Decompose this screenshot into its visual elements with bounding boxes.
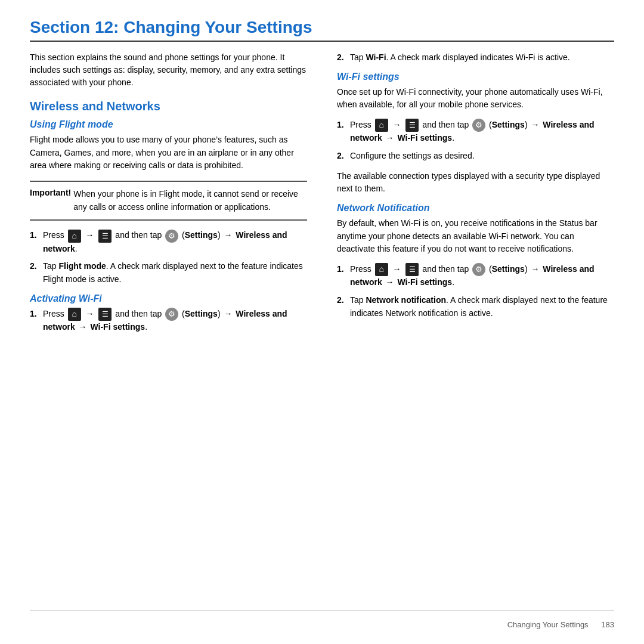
- section-title: Section 12: Changing Your Settings: [30, 18, 614, 37]
- nn-step-1: 1. Press → and then tap (Settings) → Wir…: [337, 263, 614, 289]
- act-step-number-2: 2.: [337, 51, 346, 64]
- settings-icon-3: [472, 119, 485, 132]
- wifi-settings-step-1: 1. Press → and then tap (Settings) → Wir…: [337, 119, 614, 145]
- settings-icon-4: [472, 263, 485, 276]
- nn-step-2: 2. Tap Network notification. A check mar…: [337, 294, 614, 320]
- important-label: Important!: [30, 188, 71, 213]
- network-notification-heading: Network Notification: [337, 203, 614, 213]
- activating-step-2: 2. Tap Wi-Fi. A check mark displayed ind…: [337, 51, 614, 64]
- menu-icon-1: [98, 230, 112, 243]
- ws-step-number-2: 2.: [337, 150, 346, 163]
- footer-divider: [30, 611, 614, 611]
- step-content-2: Tap Flight mode. A check mark displayed …: [43, 260, 307, 286]
- settings-icon-1: [165, 230, 178, 243]
- nn-step-content-2: Tap Network notification. A check mark d…: [350, 294, 614, 320]
- flight-mode-heading: Using Flight mode: [30, 119, 307, 130]
- right-column: 2. Tap Wi-Fi. A check mark displayed ind…: [331, 51, 614, 341]
- top-divider: [30, 41, 614, 42]
- act-step-number-1: 1.: [30, 308, 39, 334]
- important-box: Important! When your phone is in Flight …: [30, 181, 307, 221]
- home-icon-2: [68, 308, 81, 321]
- footer-page: 183: [601, 620, 614, 629]
- flight-step-2: 2. Tap Flight mode. A check mark display…: [30, 260, 307, 286]
- home-icon-4: [375, 263, 388, 276]
- wifi-settings-text: Once set up for Wi-Fi connectivity, your…: [337, 86, 614, 112]
- footer-text: Changing Your Settings: [507, 620, 589, 629]
- ws-step-number-1: 1.: [337, 119, 346, 145]
- wifi-settings-step-2: 2. Configure the settings as desired.: [337, 150, 614, 163]
- flight-steps: 1. Press → and then tap (Settings) → Wir…: [30, 229, 307, 286]
- flight-step-1: 1. Press → and then tap (Settings) → Wir…: [30, 229, 307, 255]
- flight-mode-text: Flight mode allows you to use many of yo…: [30, 134, 307, 172]
- wifi-settings-steps: 1. Press → and then tap (Settings) → Wir…: [337, 119, 614, 163]
- settings-icon-2: [165, 308, 178, 321]
- ws-step-content-1: Press → and then tap (Settings) → Wirele…: [350, 119, 614, 145]
- page-container: Section 12: Changing Your Settings This …: [0, 0, 644, 644]
- home-icon-3: [375, 119, 388, 132]
- home-icon-1: [68, 230, 81, 243]
- network-notification-steps: 1. Press → and then tap (Settings) → Wir…: [337, 263, 614, 320]
- step-number-1: 1.: [30, 229, 39, 255]
- nn-step-content-1: Press → and then tap (Settings) → Wirele…: [350, 263, 614, 289]
- step-content-1: Press → and then tap (Settings) → Wirele…: [43, 229, 307, 255]
- menu-icon-3: [405, 119, 419, 132]
- activating-step-2-list: 2. Tap Wi-Fi. A check mark displayed ind…: [337, 51, 614, 64]
- menu-icon-2: [98, 308, 112, 321]
- act-step-content-1: Press → and then tap (Settings) → Wirele…: [43, 308, 307, 334]
- act-step-content-2: Tap Wi-Fi. A check mark displayed indica…: [350, 51, 614, 64]
- ws-step-content-2: Configure the settings as desired.: [350, 150, 614, 163]
- intro-text: This section explains the sound and phon…: [30, 51, 307, 89]
- wifi-available-text: The available connection types displayed…: [337, 170, 614, 196]
- wifi-settings-heading: Wi-Fi settings: [337, 72, 614, 82]
- wireless-heading: Wireless and Networks: [30, 100, 307, 113]
- step-number-2: 2.: [30, 260, 39, 286]
- nn-step-number-2: 2.: [337, 294, 346, 320]
- nn-step-number-1: 1.: [337, 263, 346, 289]
- activating-wifi-steps: 1. Press → and then tap (Settings) → Wir…: [30, 308, 307, 334]
- left-column: This section explains the sound and phon…: [30, 51, 313, 341]
- activating-wifi-heading: Activating Wi-Fi: [30, 293, 307, 304]
- menu-icon-4: [405, 263, 419, 276]
- activating-step-1: 1. Press → and then tap (Settings) → Wir…: [30, 308, 307, 334]
- content-columns: This section explains the sound and phon…: [30, 51, 614, 341]
- network-notification-text: By default, when Wi-Fi is on, you receiv…: [337, 217, 614, 256]
- footer: Changing Your Settings 183: [507, 620, 614, 629]
- important-content: When your phone is in Flight mode, it ca…: [73, 188, 307, 213]
